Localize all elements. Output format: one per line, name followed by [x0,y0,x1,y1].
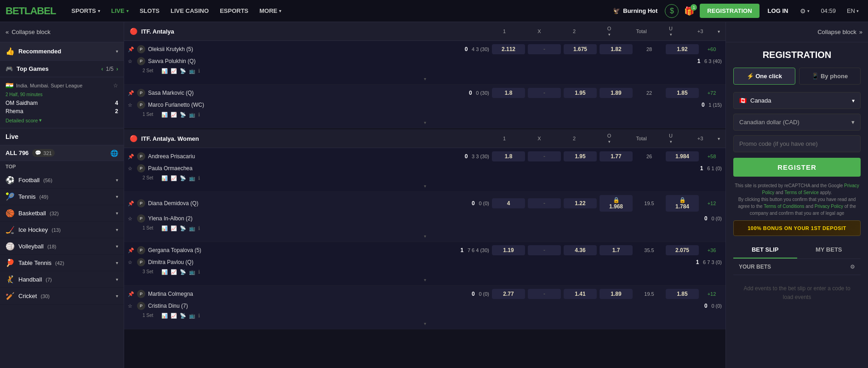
star-icon[interactable]: ☆ [128,259,134,265]
odds-cell-2[interactable]: 1.41 [564,289,597,299]
info-icon[interactable]: ℹ [198,269,200,275]
tracker-icon[interactable]: 📡 [180,68,186,74]
nav-sports[interactable]: SPORTS ▾ [67,5,104,17]
sidebar-item-ice-hockey[interactable]: 🏒 Ice Hockey (13) ▾ [0,222,124,238]
pin-icon[interactable]: 📌 [128,291,134,297]
tv-icon[interactable]: 📺 [189,175,195,181]
pin-icon[interactable]: 📌 [128,46,134,52]
more-odds-button[interactable]: +60 [702,46,722,52]
bet-slip-tab[interactable]: BET SLIP [733,242,797,259]
nav-slots[interactable]: SLOTS [135,5,164,17]
settings-icon[interactable]: ⚙ [850,264,855,270]
expand-icon[interactable]: ▾ [718,136,720,141]
tv-icon[interactable]: 📺 [189,112,195,118]
odds-cell-ou[interactable]: 2.075 [666,245,699,255]
star-icon[interactable]: ☆ [128,166,134,172]
odds-cell-1[interactable]: 2.77 [492,289,525,299]
next-arrow[interactable]: › [116,66,118,72]
sidebar-item-tennis[interactable]: 🎾 Tennis (49) ▾ [0,189,124,205]
chart-icon[interactable]: 📈 [171,112,177,118]
expand-icon[interactable]: ▾ [718,29,720,34]
star-icon[interactable]: ☆ [128,102,134,108]
odds-cell-oo[interactable]: 1.89 [600,289,633,299]
more-odds-button[interactable]: +72 [702,90,722,96]
tv-icon[interactable]: 📺 [189,313,195,319]
odds-cell-ou[interactable]: 1.92 [666,44,699,54]
info-icon[interactable]: ℹ [198,175,200,181]
star-icon[interactable]: ☆ [128,58,134,64]
stats-icon[interactable]: 📊 [161,68,168,74]
stats-icon[interactable]: 📊 [161,175,168,181]
pin-icon[interactable]: 📌 [128,154,134,160]
country-select[interactable]: 🇨🇦 Canada ▾ [733,92,861,109]
by-phone-tab[interactable]: 📱 By phone [799,68,861,85]
odds-cell-1[interactable]: 1.8 [492,88,525,98]
tracker-icon[interactable]: 📡 [180,313,186,319]
odds-cell-oo[interactable]: 1.7 [600,245,633,255]
chart-icon[interactable]: 📈 [171,313,177,319]
odds-cell-x[interactable]: - [528,289,561,299]
pin-icon[interactable]: 📌 [128,201,134,207]
chart-icon[interactable]: 📈 [171,68,177,74]
odds-cell-2[interactable]: 1.675 [564,44,597,54]
odds-cell-ou[interactable]: 1.984 [666,151,699,161]
chart-icon[interactable]: 📈 [171,175,177,181]
odds-cell-oo[interactable]: 🔒1.968 [600,195,633,212]
wallet-button[interactable]: $ [665,4,679,18]
recommended-header[interactable]: 👍 Recommended ▾ [0,42,124,60]
info-icon[interactable]: ℹ [198,68,200,74]
odds-cell-x[interactable]: - [528,88,561,98]
expand-match-button[interactable]: ▾ [424,120,426,125]
tracker-icon[interactable]: 📡 [180,175,186,181]
prev-arrow[interactable]: ‹ [101,66,103,72]
tv-icon[interactable]: 📺 [189,269,195,275]
more-odds-button[interactable]: +58 [702,154,722,159]
odds-cell-1[interactable]: 1.19 [492,245,525,255]
stats-icon[interactable]: 📊 [161,269,168,275]
detailed-score-link[interactable]: Detailed score ▾ [6,117,118,123]
pin-icon[interactable]: 📌 [128,247,134,253]
chart-icon[interactable]: 📈 [171,225,177,231]
tracker-icon[interactable]: 📡 [180,269,186,275]
my-bets-tab[interactable]: MY BETS [797,242,861,259]
sidebar-item-volleyball[interactable]: 🏐 Volleyball (18) ▾ [0,238,124,255]
register-button[interactable]: REGISTER [733,158,861,177]
registration-button[interactable]: REGISTRATION [700,4,759,18]
expand-match-button[interactable]: ▾ [424,184,426,189]
expand-match-button[interactable]: ▾ [424,321,426,326]
sidebar-item-table-tennis[interactable]: 🏓 Table Tennis (42) ▾ [0,255,124,271]
terms-link[interactable]: Terms of Service [784,190,818,195]
more-odds-button[interactable]: +12 [702,291,722,297]
login-button[interactable]: LOG IN [763,5,793,17]
info-icon[interactable]: ℹ [198,225,200,231]
odds-cell-x[interactable]: - [528,198,561,208]
language-button[interactable]: EN ▾ [843,6,862,16]
tv-icon[interactable]: 📺 [189,68,195,74]
tracker-icon[interactable]: 📡 [180,112,186,118]
collapse-right-button[interactable]: Collapse block » [726,22,868,42]
odds-cell-oo[interactable]: 1.82 [600,44,633,54]
one-click-tab[interactable]: ⚡ One click [733,68,795,85]
odds-cell-2[interactable]: 4.36 [564,245,597,255]
sidebar-item-handball[interactable]: 🤾 Handball (7) ▾ [0,271,124,288]
odds-cell-2[interactable]: 1.95 [564,151,597,161]
expand-match-button[interactable]: ▾ [424,76,426,81]
tracker-icon[interactable]: 📡 [180,225,186,231]
stats-icon[interactable]: 📊 [161,225,168,231]
odds-cell-ou[interactable]: 1.85 [666,88,699,98]
odds-cell-2[interactable]: 1.95 [564,88,597,98]
odds-cell-2[interactable]: 1.22 [564,198,597,208]
odds-cell-oo[interactable]: 1.89 [600,88,633,98]
stats-icon[interactable]: 📊 [161,313,168,319]
top-games-row[interactable]: 🎮 Top Games ‹ 1/5 › [0,61,124,77]
sidebar-item-basketball[interactable]: 🏀 Basketball (32) ▾ [0,205,124,222]
tv-icon[interactable]: 📺 [189,225,195,231]
odds-cell-1[interactable]: 4 [492,198,525,208]
expand-match-button[interactable]: ▾ [424,234,426,239]
odds-cell-1[interactable]: 2.112 [492,44,525,54]
more-odds-button[interactable]: +36 [702,247,722,253]
odds-cell-ou[interactable]: 1.85 [666,289,699,299]
collapse-sidebar-button[interactable]: « Collapse block [0,22,124,42]
info-icon[interactable]: ℹ [198,112,200,118]
odds-cell-x[interactable]: - [528,151,561,161]
